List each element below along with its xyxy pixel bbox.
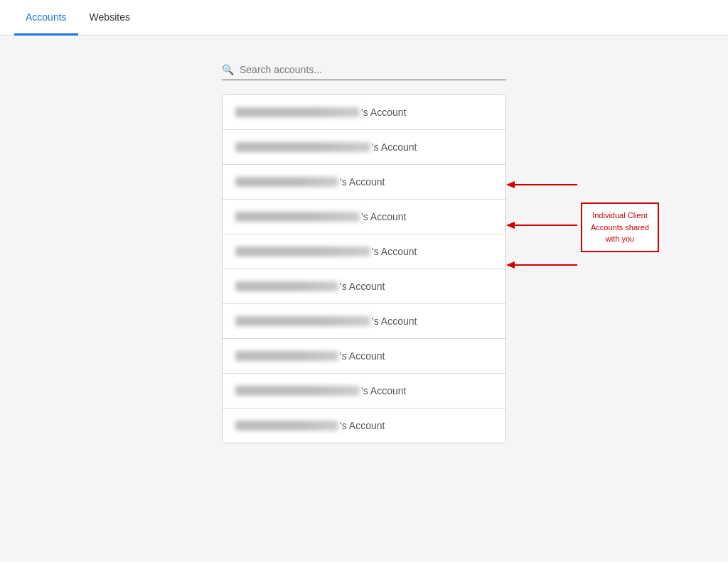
account-suffix: 's Account — [372, 315, 417, 327]
account-suffix: 's Account — [372, 246, 417, 257]
list-item[interactable]: 's Account — [223, 269, 505, 304]
account-suffix: 's Account — [361, 211, 406, 222]
tab-websites[interactable]: Websites — [78, 0, 141, 36]
main-content: 🔍 's Account 's Account 's Account 's Ac… — [0, 36, 728, 472]
account-suffix: 's Account — [372, 141, 417, 153]
svg-marker-1 — [506, 181, 515, 188]
list-item[interactable]: 's Account — [223, 339, 505, 374]
tab-accounts[interactable]: Accounts — [14, 0, 78, 36]
account-suffix: 's Account — [340, 176, 385, 188]
email-blur — [235, 212, 360, 222]
email-blur — [235, 177, 338, 187]
email-blur — [235, 316, 370, 326]
arrow-1 — [506, 179, 577, 192]
account-suffix: 's Account — [340, 350, 385, 362]
email-blur — [235, 351, 338, 361]
annotation-callout: Individual Client Accounts shared with y… — [581, 202, 659, 252]
list-item[interactable]: 's Account — [223, 409, 505, 443]
list-item[interactable]: 's Account — [223, 165, 505, 200]
search-icon: 🔍 — [222, 64, 234, 75]
account-suffix: 's Account — [340, 281, 385, 292]
email-blur — [235, 386, 360, 396]
arrow-3 — [506, 259, 577, 272]
search-container: 🔍 — [222, 64, 506, 80]
email-blur — [235, 281, 338, 291]
account-suffix: 's Account — [340, 420, 385, 431]
account-suffix: 's Account — [361, 107, 406, 118]
email-blur — [235, 107, 360, 117]
list-item[interactable]: 's Account — [223, 234, 505, 269]
email-blur — [235, 142, 370, 152]
list-item[interactable]: 's Account — [223, 200, 505, 234]
account-suffix: 's Account — [361, 385, 406, 396]
list-item[interactable]: 's Account — [223, 374, 505, 409]
svg-marker-5 — [506, 261, 515, 269]
svg-marker-3 — [506, 222, 515, 229]
email-blur — [235, 421, 338, 431]
list-item[interactable]: 's Account — [223, 304, 505, 339]
email-blur — [235, 247, 370, 256]
list-item[interactable]: 's Account — [223, 95, 505, 130]
list-item[interactable]: 's Account — [223, 130, 505, 165]
arrow-2 — [506, 220, 577, 232]
top-nav: Accounts Websites — [0, 0, 728, 36]
accounts-list: 's Account 's Account 's Account 's Acco… — [222, 94, 506, 443]
search-input[interactable] — [240, 64, 506, 75]
center-panel: 🔍 's Account 's Account 's Account 's Ac… — [222, 64, 506, 443]
